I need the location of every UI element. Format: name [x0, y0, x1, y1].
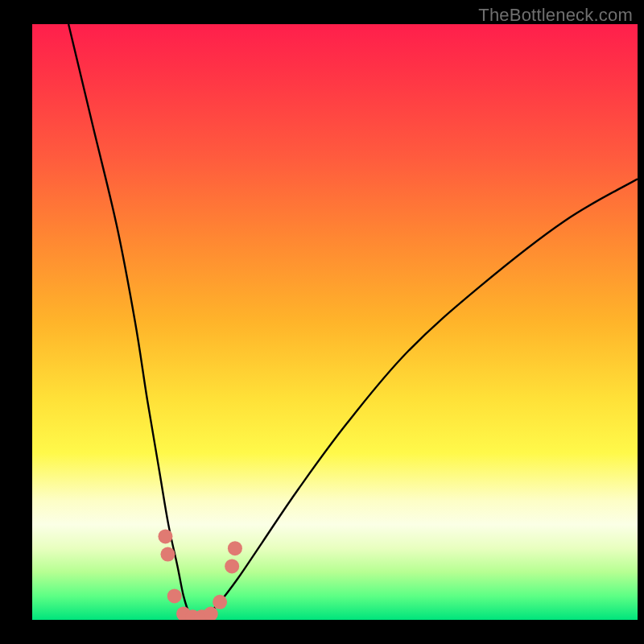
trough-dot: [160, 547, 175, 562]
trough-dot: [225, 559, 239, 573]
trough-dot: [213, 595, 227, 609]
trough-dots: [158, 529, 242, 620]
trough-dot: [158, 529, 172, 543]
plot-area: [32, 24, 638, 620]
chart-stage: TheBottleneck.com: [0, 0, 644, 644]
trough-dot: [167, 588, 182, 603]
dots-layer: [32, 24, 638, 620]
trough-dot: [228, 541, 242, 555]
watermark-text: TheBottleneck.com: [478, 5, 633, 26]
trough-dot: [204, 607, 218, 620]
